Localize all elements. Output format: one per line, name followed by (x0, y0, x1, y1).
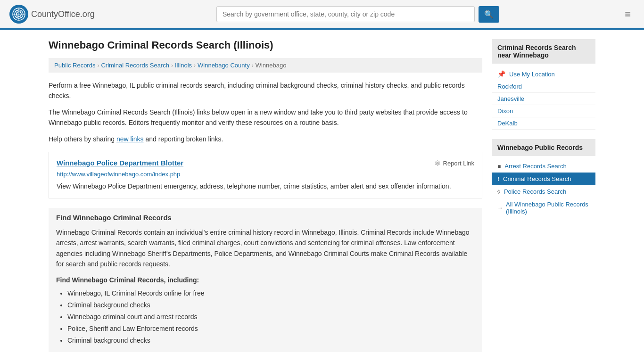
breadcrumb-winnebago-county[interactable]: Winnebago County (198, 62, 250, 69)
nearby-dixon-link[interactable]: Dixon (492, 105, 595, 117)
breadcrumb-illinois[interactable]: Illinois (175, 62, 192, 69)
sidebar-all-records-link[interactable]: → All Winnebago Public Records (Illinois… (492, 198, 595, 218)
resource-url-link[interactable]: http://www.villageofwinnebago.com/index.… (57, 171, 474, 178)
page-title: Winnebago Criminal Records Search (Illin… (49, 39, 482, 51)
list-item: Criminal background checks (67, 299, 475, 311)
sidebar-public-records-title: Winnebago Public Records (492, 139, 595, 156)
sidebar-public-records-section: Winnebago Public Records ■ Arrest Record… (492, 139, 595, 218)
police-records-icon: ◊ (497, 189, 500, 195)
resource-header: Winnebago Police Department Blotter ⚛ Re… (57, 159, 474, 168)
search-input[interactable] (216, 6, 475, 22)
nearby-dekalb-link[interactable]: DeKalb (492, 117, 595, 130)
logo-area: CountyOffice.org (9, 5, 95, 24)
sidebar-arrest-records-link[interactable]: ■ Arrest Records Search (492, 160, 595, 173)
breadcrumb: Public Records › Criminal Records Search… (49, 58, 482, 73)
find-list: Winnebago, IL Criminal Records online fo… (56, 288, 475, 347)
sidebar-nearby-title: Criminal Records Search near Winnebago (492, 39, 595, 64)
sidebar-criminal-records-link[interactable]: ! Criminal Records Search (492, 173, 595, 185)
logo-text: CountyOffice.org (31, 9, 95, 19)
nearby-rockford-link[interactable]: Rockford (492, 81, 595, 93)
breadcrumb-sep-1: › (97, 62, 99, 69)
find-section: Find Winnebago Criminal Records Winnebag… (49, 208, 482, 353)
breadcrumb-sep-3: › (194, 62, 196, 69)
new-links-link[interactable]: new links (116, 135, 144, 143)
search-button[interactable]: 🔍 (479, 6, 499, 23)
breadcrumb-criminal-records[interactable]: Criminal Records Search (101, 62, 169, 69)
site-header: CountyOffice.org 🔍 ≡ (0, 0, 644, 30)
list-item: Police, Sheriff and Law Enforcement reco… (67, 323, 475, 335)
criminal-records-icon: ! (497, 176, 499, 182)
list-item: Winnebago, IL Criminal Records online fo… (67, 288, 475, 299)
report-icon: ⚛ (434, 159, 441, 168)
use-my-location-label: Use My Location (509, 71, 555, 78)
intro-paragraph-3: Help others by sharing new links and rep… (49, 134, 482, 144)
location-icon: 📌 (497, 70, 505, 78)
sidebar-nearby-section: Criminal Records Search near Winnebago 📌… (492, 39, 595, 130)
resource-description: View Winnebago Police Department emergen… (57, 181, 474, 191)
breadcrumb-winnebago: Winnebago (256, 62, 287, 69)
main-container: Winnebago Criminal Records Search (Illin… (39, 30, 605, 362)
report-link-button[interactable]: ⚛ Report Link (434, 159, 474, 168)
breadcrumb-public-records[interactable]: Public Records (54, 62, 95, 69)
resource-title-link[interactable]: Winnebago Police Department Blotter (57, 159, 183, 167)
breadcrumb-sep-2: › (171, 62, 173, 69)
sidebar: Criminal Records Search near Winnebago 📌… (492, 39, 595, 352)
breadcrumb-sep-4: › (252, 62, 254, 69)
search-area: 🔍 (216, 6, 499, 23)
menu-button[interactable]: ≡ (621, 6, 635, 22)
find-including-label: Find Winnebago Criminal Records, includi… (56, 276, 475, 284)
intro-paragraph-2: The Winnebago Criminal Records Search (I… (49, 107, 482, 128)
search-icon: 🔍 (484, 10, 494, 18)
logo-icon (9, 5, 28, 24)
find-section-description: Winnebago Criminal Records contain an in… (56, 227, 475, 270)
nearby-janesville-link[interactable]: Janesville (492, 93, 595, 105)
find-section-title: Find Winnebago Criminal Records (56, 214, 475, 222)
hamburger-icon: ≡ (625, 8, 631, 20)
arrest-records-icon: ■ (497, 163, 501, 170)
resource-block: Winnebago Police Department Blotter ⚛ Re… (49, 152, 482, 198)
sidebar-police-records-link[interactable]: ◊ Police Records Search (492, 185, 595, 198)
list-item: Winnebago criminal court and arrest reco… (67, 311, 475, 323)
main-content: Winnebago Criminal Records Search (Illin… (49, 39, 482, 352)
intro-paragraph-1: Perform a free Winnebago, IL public crim… (49, 80, 482, 101)
list-item: Criminal background checks (67, 335, 475, 346)
all-records-icon: → (497, 205, 503, 211)
use-my-location-link[interactable]: 📌 Use My Location (492, 67, 595, 81)
